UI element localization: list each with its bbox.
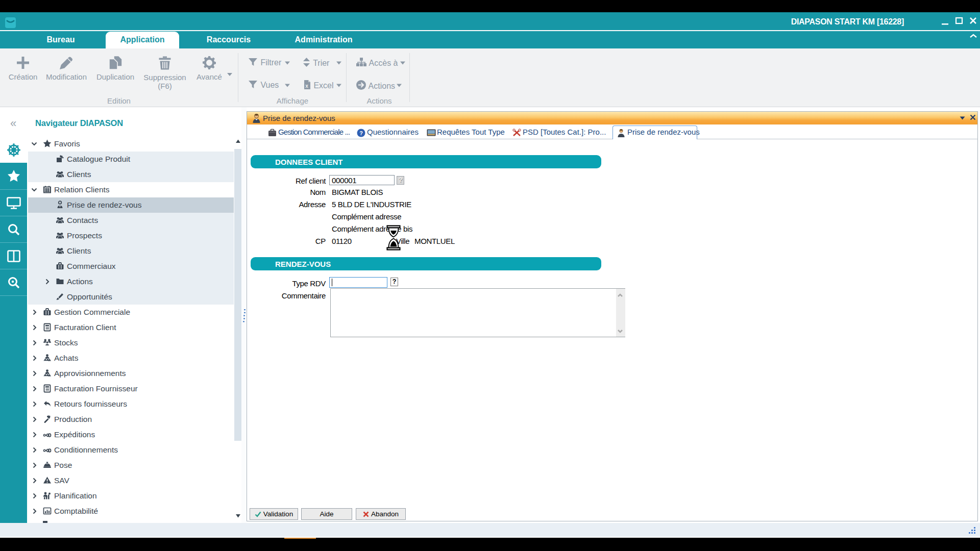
svg-text:?: ?	[359, 130, 363, 136]
svg-text:x: x	[305, 83, 308, 89]
